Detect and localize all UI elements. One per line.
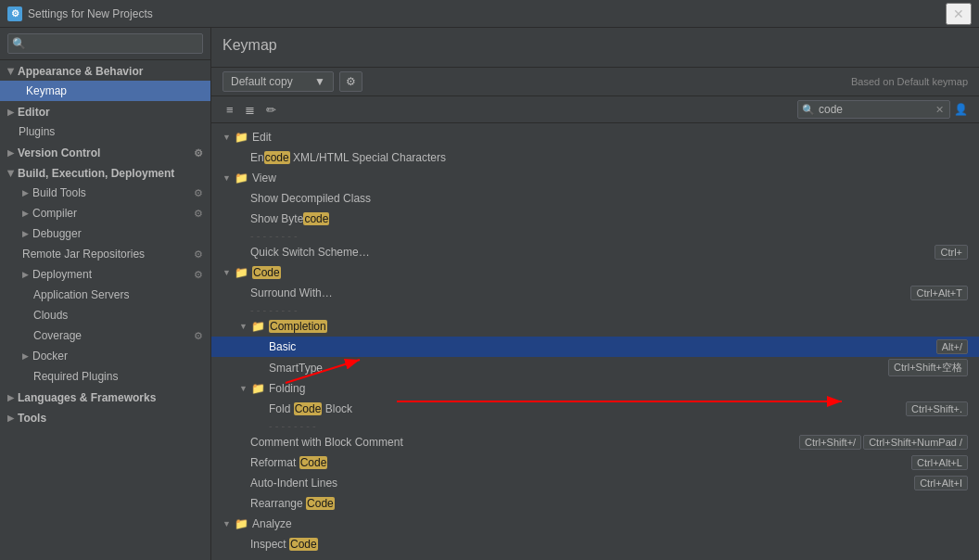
- tree-item-smarttype[interactable]: SmartType Ctrl+Shift+空格: [211, 357, 979, 378]
- appearance-arrow: ▶: [6, 69, 16, 75]
- fold-code-block-label: Fold Code Block: [269, 402, 902, 415]
- sidebar-item-build-execution[interactable]: ▶ Build, Execution, Deployment: [0, 162, 210, 183]
- tree-group-view[interactable]: ▼ 📁 View: [211, 168, 979, 188]
- sidebar-item-coverage[interactable]: Coverage ⚙: [0, 325, 210, 346]
- expand-all-button[interactable]: ≡: [222, 101, 237, 119]
- tree-group-completion[interactable]: ▼ 📁 Completion: [211, 316, 979, 337]
- debugger-label: Debugger: [32, 227, 82, 240]
- comment-block-shortcut1: Ctrl+Shift+/: [799, 435, 861, 450]
- sidebar-item-clouds[interactable]: Clouds: [0, 305, 210, 325]
- deployment-label: Deployment: [32, 268, 92, 281]
- auto-indent-shortcut: Ctrl+Alt+I: [914, 476, 968, 490]
- code-group-arrow: ▼: [222, 268, 232, 277]
- remote-jar-icon: ⚙: [194, 248, 203, 261]
- build-tools-arrow: ▶: [22, 188, 29, 197]
- collapse-all-button[interactable]: ≣: [241, 101, 259, 119]
- view-group-arrow: ▼: [222, 173, 232, 183]
- analyze-group-arrow: ▼: [222, 519, 232, 528]
- completion-highlight: Completion: [269, 320, 327, 333]
- tree-item-fold-code-block[interactable]: Fold Code Block Ctrl+Shift+.: [211, 399, 979, 419]
- folding-group-arrow: ▼: [239, 384, 248, 393]
- tree-item-basic[interactable]: Basic Alt+/: [211, 337, 979, 357]
- tree-item-quick-switch[interactable]: Quick Switch Scheme… Ctrl+: [211, 242, 979, 262]
- tree-item-show-bytecode[interactable]: Show Bytecode: [211, 209, 979, 229]
- sidebar-item-tools[interactable]: ▶ Tools: [0, 407, 210, 427]
- remote-jar-label: Remote Jar Repositories: [22, 248, 145, 261]
- compiler-icon: ⚙: [194, 208, 203, 220]
- sidebar-item-required-plugins[interactable]: Required Plugins: [0, 366, 210, 387]
- tree-group-analyze[interactable]: ▼ 📁 Analyze: [211, 514, 979, 534]
- analyze-group-label: Analyze: [252, 517, 968, 530]
- window-title: Settings for New Projects: [28, 7, 153, 20]
- tree-item-auto-indent[interactable]: Auto-Indent Lines Ctrl+Alt+I: [211, 473, 979, 493]
- sidebar-item-appearance[interactable]: ▶ Appearance & Behavior: [0, 60, 210, 81]
- completion-group-label: Completion: [269, 320, 968, 333]
- comment-block-shortcut2: Ctrl+Shift+NumPad /: [863, 435, 968, 450]
- code-folder-icon: 📁: [235, 266, 248, 279]
- tree-group-edit[interactable]: ▼ 📁 Edit: [211, 127, 979, 147]
- tree-item-reformat-code[interactable]: Reformat Code Ctrl+Alt+L: [211, 452, 979, 473]
- show-bytecode-label: Show Bytecode: [250, 212, 968, 225]
- show-decompiled-label: Show Decompiled Class: [250, 192, 968, 205]
- scheme-dropdown[interactable]: Default copy ▼: [222, 71, 334, 92]
- sidebar-search-input[interactable]: [7, 33, 203, 54]
- sidebar-item-keymap[interactable]: Keymap: [0, 81, 210, 101]
- tree-item-show-decompiled[interactable]: Show Decompiled Class: [211, 188, 979, 209]
- separator-2: - - - - - - - -: [211, 303, 979, 316]
- sidebar-item-editor[interactable]: ▶ Editor: [0, 101, 210, 121]
- edit-group-arrow: ▼: [222, 133, 232, 142]
- sidebar-item-plugins[interactable]: Plugins: [0, 121, 210, 142]
- tree-item-encode-xml[interactable]: Encode XML/HTML Special Characters: [211, 147, 979, 168]
- edit-shortcut-button[interactable]: ✏: [262, 101, 280, 119]
- sidebar-item-docker[interactable]: ▶ Docker: [0, 346, 210, 366]
- reformat-code-shortcut: Ctrl+Alt+L: [911, 455, 968, 470]
- tree-group-code[interactable]: ▼ 📁 Code: [211, 262, 979, 283]
- edit-folder-icon: 📁: [235, 131, 248, 144]
- languages-arrow: ▶: [7, 393, 14, 402]
- reformat-code-label: Reformat Code: [250, 456, 908, 469]
- close-button[interactable]: ✕: [946, 3, 972, 25]
- sidebar-item-app-servers[interactable]: Application Servers: [0, 285, 210, 305]
- clear-search-button[interactable]: ✕: [934, 104, 946, 116]
- folding-folder-icon: 📁: [251, 382, 265, 395]
- sidebar-item-deployment[interactable]: ▶ Deployment ⚙: [0, 264, 210, 285]
- required-plugins-label: Required Plugins: [33, 370, 118, 383]
- view-group-label: View: [252, 172, 968, 185]
- tree-item-surround-with[interactable]: Surround With… Ctrl+Alt+T: [211, 283, 979, 303]
- dropdown-arrow: ▼: [314, 75, 325, 88]
- tree-group-folding[interactable]: ▼ 📁 Folding: [211, 378, 979, 399]
- editor-arrow: ▶: [7, 108, 14, 117]
- tools-label: Tools: [18, 412, 46, 425]
- tree-item-inspect-code[interactable]: Inspect Code: [211, 534, 979, 554]
- tree-item-comment-block[interactable]: Comment with Block Comment Ctrl+Shift+/ …: [211, 432, 979, 452]
- quick-switch-shortcut: Ctrl+: [934, 245, 968, 260]
- inspect-code-highlight: Code: [289, 538, 318, 551]
- clouds-label: Clouds: [33, 309, 68, 322]
- edit-group-label: Edit: [252, 131, 968, 144]
- tree-item-rearrange-code[interactable]: Rearrange Code: [211, 493, 979, 514]
- search-icon: 🔍: [802, 104, 815, 116]
- sidebar-item-debugger[interactable]: ▶ Debugger: [0, 223, 210, 244]
- sidebar-item-version-control[interactable]: ▶ Version Control ⚙: [0, 142, 210, 162]
- sidebar-item-languages[interactable]: ▶ Languages & Frameworks: [0, 387, 210, 407]
- keymap-list: ▼ 📁 Edit Encode XML/HTML Special Charact…: [211, 123, 979, 558]
- search-options-button[interactable]: 👤: [954, 103, 968, 116]
- docker-arrow: ▶: [22, 351, 29, 361]
- sidebar-item-compiler[interactable]: ▶ Compiler ⚙: [0, 203, 210, 223]
- sidebar-item-remote-jar[interactable]: Remote Jar Repositories ⚙: [0, 244, 210, 264]
- vc-arrow: ▶: [7, 148, 14, 158]
- scheme-selector: Default copy ▼ ⚙: [222, 71, 362, 92]
- quick-switch-label: Quick Switch Scheme…: [250, 246, 931, 259]
- sidebar: ▶ Appearance & Behavior Keymap ▶ Editor …: [0, 28, 211, 560]
- separator-1: - - - - - - - -: [211, 229, 979, 242]
- tools-arrow: ▶: [7, 414, 14, 423]
- search-box: 🔍 ✕: [797, 100, 950, 119]
- scheme-gear-button[interactable]: ⚙: [339, 71, 362, 92]
- appearance-label: Appearance & Behavior: [18, 65, 143, 78]
- vc-label: Version Control: [18, 146, 100, 159]
- content-panel: Keymap Default copy ▼ ⚙ Based on Default…: [211, 28, 979, 560]
- sidebar-item-build-tools[interactable]: ▶ Build Tools ⚙: [0, 183, 210, 203]
- compiler-arrow: ▶: [22, 209, 29, 218]
- editor-label: Editor: [18, 106, 50, 119]
- keymap-search-input[interactable]: [819, 103, 930, 116]
